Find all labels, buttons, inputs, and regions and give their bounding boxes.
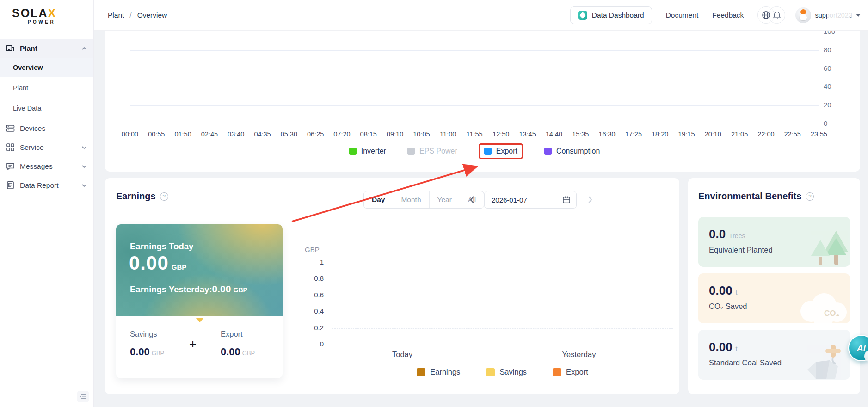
earnings-today-panel: Earnings Today 0.00GBP Earnings Yesterda…	[116, 224, 283, 316]
dashboard-icon	[578, 11, 587, 20]
legend-item-consumption[interactable]: Consumption	[544, 147, 600, 155]
caret-down-indicator	[196, 318, 204, 322]
power-x-tick-label: 18:20	[652, 130, 668, 138]
power-x-tick-label: 02:45	[201, 130, 218, 138]
sidebar-collapse-button[interactable]	[77, 391, 89, 402]
breadcrumb: Plant / Overview	[108, 11, 167, 19]
legend-swatch	[484, 148, 492, 155]
sidebar-subitem-plant[interactable]: Plant	[0, 78, 93, 97]
legend-item-eps-power[interactable]: EPS Power	[407, 147, 457, 155]
power-x-tick-label: 21:05	[731, 130, 748, 138]
power-x-tick-label: 14:40	[546, 130, 562, 138]
tab-day[interactable]: Day	[364, 191, 393, 208]
power-x-tick-label: 22:00	[757, 130, 774, 138]
env-stat-unit: t	[736, 345, 738, 352]
legend-item-export[interactable]: Export	[553, 368, 588, 376]
user-menu[interactable]: support2023	[795, 7, 861, 23]
header-actions: Data Dashboard Document Feedback	[570, 6, 868, 24]
data-dashboard-button[interactable]: Data Dashboard	[570, 6, 652, 24]
power-gridline	[130, 105, 819, 106]
sidebar-item-label: Messages	[20, 162, 81, 171]
sidebar-item-plant[interactable]: Plant	[0, 39, 93, 58]
earnings-gridline	[332, 345, 673, 345]
tab-month[interactable]: Month	[393, 191, 429, 208]
power-x-tick-label: 04:35	[254, 130, 271, 138]
legend-label: Earnings	[430, 368, 460, 376]
earnings-gridline	[332, 279, 673, 279]
trees-illustration	[806, 227, 849, 267]
power-x-tick-label: 09:10	[387, 130, 403, 138]
breadcrumb-overview[interactable]: Overview	[137, 11, 167, 19]
legend-label: Inverter	[361, 147, 386, 155]
earnings-yesterday-label: Earnings Yesterday:	[130, 284, 212, 294]
environmental-help-icon[interactable]: ?	[806, 192, 814, 201]
power-x-tick-label: 17:25	[625, 130, 642, 138]
legend-item-inverter[interactable]: Inverter	[349, 147, 386, 155]
earnings-gridline	[332, 312, 673, 312]
ai-assistant-label: Ai	[857, 343, 866, 353]
username: support2023	[815, 12, 852, 19]
earnings-yesterday-value: 0.00	[212, 284, 231, 294]
env-stat-value: 0.0Trees	[709, 227, 745, 241]
chevron-down-icon	[81, 165, 87, 168]
earnings-today-label: Earnings Today	[130, 241, 193, 252]
earnings-gridline	[332, 263, 673, 263]
power-y-tick-label: 100	[824, 31, 851, 35]
power-chart-card: 10080604020000:0000:5501:5002:4503:4004:…	[105, 31, 860, 172]
sidebar-subitem-live-data[interactable]: Live Data	[0, 99, 93, 117]
sidebar-item-label: Plant	[20, 44, 81, 53]
power-x-tick-label: 19:15	[678, 130, 695, 138]
legend-item-earnings[interactable]: Earnings	[417, 368, 460, 376]
earnings-title: Earnings	[116, 191, 156, 202]
legend-label: Export	[566, 368, 588, 376]
tab-year[interactable]: Year	[430, 191, 460, 208]
earnings-header: Earnings ?	[116, 191, 168, 202]
logo-accent: X	[48, 6, 56, 19]
sidebar-menu: PlantOverviewPlantLive DataDevicesServic…	[0, 39, 93, 195]
earnings-yesterday-currency: GBP	[234, 286, 247, 294]
export-label: Export	[221, 330, 269, 339]
grid-icon	[6, 143, 15, 152]
earnings-help-icon[interactable]: ?	[160, 192, 168, 201]
power-x-tick-label: 00:00	[122, 130, 138, 138]
environmental-header: Environmental Benefits ?	[698, 191, 814, 202]
notifications-button[interactable]	[768, 6, 785, 24]
breadcrumb-separator: /	[129, 11, 131, 19]
date-value: 2026-01-07	[492, 196, 562, 204]
breadcrumb-plant[interactable]: Plant	[108, 11, 124, 19]
date-prev-button[interactable]	[469, 196, 475, 204]
env-stat-co-saved: CO₂0.00tCO₂ Saved	[698, 273, 850, 323]
power-gridline	[130, 69, 819, 69]
sidebar-item-service[interactable]: Service	[0, 138, 93, 157]
sidebar-item-devices[interactable]: Devices	[0, 119, 93, 138]
earnings-today-currency: GBP	[172, 263, 187, 271]
feedback-link[interactable]: Feedback	[712, 11, 744, 19]
chevron-down-icon	[81, 184, 87, 187]
legend-swatch	[349, 148, 357, 155]
power-y-tick-label: 20	[824, 101, 851, 109]
power-x-tick-label: 16:30	[598, 130, 615, 138]
legend-item-savings[interactable]: Savings	[486, 368, 527, 376]
top-header: Plant / Overview Data Dashboard Document…	[94, 0, 868, 31]
power-y-tick-label: 60	[824, 64, 851, 72]
legend-item-export[interactable]: Export	[484, 147, 517, 155]
earnings-y-tick-label: 0	[294, 340, 324, 348]
sidebar-item-data-report[interactable]: Data Report	[0, 176, 93, 195]
date-picker[interactable]: 2026-01-07	[484, 191, 577, 209]
env-stat-standard-coal-saved: 0.00tStandard Coal Saved	[698, 330, 850, 380]
power-x-tick-label: 11:00	[440, 130, 456, 138]
power-x-tick-label: 06:25	[307, 130, 324, 138]
power-chart-legend: InverterEPS PowerExportConsumption	[130, 143, 819, 159]
power-x-tick-label: 01:50	[174, 130, 191, 138]
sidebar-subitem-overview[interactable]: Overview	[0, 58, 93, 77]
legend-label: EPS Power	[419, 147, 457, 155]
export-currency: GBP	[242, 350, 255, 357]
solax-logo[interactable]: SOLAX POWER	[12, 7, 56, 25]
building-icon	[6, 44, 15, 53]
env-stat-label: Equivalent Planted	[709, 246, 773, 254]
earnings-y-tick-label: 0.8	[294, 274, 324, 282]
date-next-button[interactable]	[587, 196, 593, 204]
annotation-highlight-box: Export	[479, 143, 523, 159]
document-link[interactable]: Document	[666, 11, 699, 19]
sidebar-item-messages[interactable]: Messages	[0, 157, 93, 176]
